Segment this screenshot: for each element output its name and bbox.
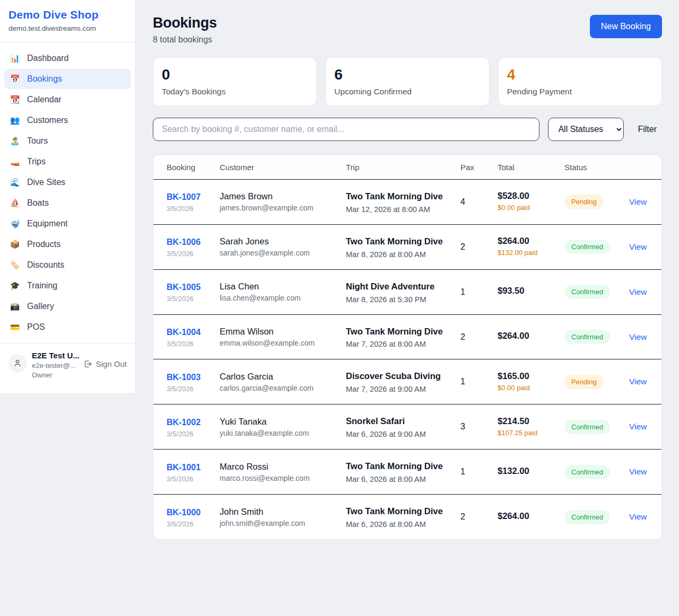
sidebar-item-gallery[interactable]: 📸 Gallery bbox=[4, 296, 131, 316]
sidebar-user-footer: E2E Test U... e2e-tester@... Owner Sign … bbox=[0, 343, 135, 393]
view-link[interactable]: View bbox=[629, 512, 647, 521]
sidebar-item-calendar[interactable]: 📆 Calendar bbox=[4, 90, 131, 110]
sidebar-item-tours[interactable]: 🏝️ Tours bbox=[4, 131, 131, 151]
main-content: Bookings 8 total bookings New Booking 0 … bbox=[136, 0, 679, 558]
sidebar-item-label: Customers bbox=[27, 116, 68, 125]
customer-email: yuki.tanaka@example.com bbox=[220, 429, 333, 437]
sidebar-item-label: Bookings bbox=[27, 74, 62, 84]
trip-datetime: Mar 6, 2026 at 8:00 AM bbox=[346, 520, 448, 529]
table-header-row: Booking Customer Trip Pax Total Status bbox=[153, 155, 661, 180]
customer-name: John Smith bbox=[220, 507, 333, 517]
customer-name: Lisa Chen bbox=[220, 281, 333, 292]
col-header-booking: Booking bbox=[153, 155, 213, 180]
island-icon: 🏝️ bbox=[10, 136, 20, 146]
filter-controls: All Statuses Filter bbox=[153, 118, 662, 141]
new-booking-button[interactable]: New Booking bbox=[590, 15, 662, 38]
trip-datetime: Mar 6, 2026 at 8:00 AM bbox=[346, 475, 448, 483]
sidebar-item-dive-sites[interactable]: 🌊 Dive Sites bbox=[4, 172, 131, 192]
bar-chart-icon: 📊 bbox=[10, 54, 20, 63]
sidebar-item-label: Gallery bbox=[27, 302, 54, 311]
bookings-table-card: Booking Customer Trip Pax Total Status bbox=[153, 155, 662, 540]
sidebar-item-label: Trips bbox=[27, 157, 46, 166]
pax-value: 2 bbox=[460, 332, 465, 341]
view-link[interactable]: View bbox=[629, 467, 647, 476]
booking-link[interactable]: BK-1000 bbox=[167, 506, 201, 518]
table-row: BK-1007 3/5/2026 James Brown james.brown… bbox=[153, 179, 661, 224]
stat-card: 0 Today's Bookings bbox=[153, 57, 317, 106]
booking-link[interactable]: BK-1006 bbox=[167, 236, 201, 248]
booking-link[interactable]: BK-1001 bbox=[167, 461, 201, 473]
people-icon: 👥 bbox=[10, 116, 20, 125]
status-badge: Confirmed bbox=[564, 240, 610, 254]
total-value: $528.00 bbox=[498, 191, 552, 201]
graduation-cap-icon: 🎓 bbox=[10, 281, 20, 291]
total-value: $132.00 bbox=[498, 466, 552, 476]
sidebar-item-training[interactable]: 🎓 Training bbox=[4, 276, 131, 296]
user-meta: E2E Test U... e2e-tester@... Owner bbox=[32, 351, 78, 380]
pax-value: 1 bbox=[460, 377, 465, 386]
customer-email: sarah.jones@example.com bbox=[220, 249, 333, 257]
sidebar-item-dashboard[interactable]: 📊 Dashboard bbox=[4, 48, 131, 68]
sidebar-item-discounts[interactable]: 🏷️ Discounts bbox=[4, 255, 131, 275]
stat-value: 6 bbox=[334, 67, 480, 83]
brand-block: Demo Dive Shop demo.test.divestreams.com bbox=[0, 0, 135, 42]
status-badge: Confirmed bbox=[564, 510, 610, 524]
paid-value: $0.00 paid bbox=[498, 203, 552, 213]
booking-link[interactable]: BK-1004 bbox=[167, 326, 201, 338]
package-icon: 📦 bbox=[10, 240, 20, 249]
trip-name: Two Tank Morning Dive bbox=[346, 235, 448, 248]
pax-value: 1 bbox=[460, 287, 465, 296]
sidebar-item-pos[interactable]: 💳 POS bbox=[4, 317, 131, 337]
view-link[interactable]: View bbox=[629, 287, 647, 296]
booking-link[interactable]: BK-1002 bbox=[167, 416, 201, 428]
tag-icon: 🏷️ bbox=[10, 260, 20, 270]
table-row: BK-1002 3/5/2026 Yuki Tanaka yuki.tanaka… bbox=[153, 404, 661, 450]
stat-label: Today's Bookings bbox=[162, 87, 308, 96]
trip-name: Snorkel Safari bbox=[346, 415, 448, 428]
status-badge: Confirmed bbox=[564, 465, 610, 479]
sailboat-icon: ⛵ bbox=[10, 198, 20, 208]
status-filter-select[interactable]: All Statuses bbox=[548, 118, 624, 141]
avatar bbox=[8, 354, 27, 372]
table-row: BK-1000 3/5/2026 John Smith john.smith@e… bbox=[153, 495, 661, 539]
page-header: Bookings 8 total bookings New Booking bbox=[153, 15, 662, 45]
view-link[interactable]: View bbox=[629, 377, 647, 386]
trip-name: Two Tank Morning Dive bbox=[346, 460, 448, 473]
trip-name: Night Dive Adventure bbox=[346, 280, 448, 293]
view-link[interactable]: View bbox=[629, 422, 647, 431]
pax-value: 3 bbox=[460, 422, 465, 431]
view-link[interactable]: View bbox=[629, 197, 647, 206]
trip-datetime: Mar 6, 2026 at 9:00 AM bbox=[346, 430, 448, 438]
stat-label: Upcoming Confirmed bbox=[334, 87, 480, 96]
view-link[interactable]: View bbox=[629, 242, 647, 251]
booking-link[interactable]: BK-1005 bbox=[167, 281, 201, 293]
sidebar-item-label: Dashboard bbox=[27, 54, 68, 63]
booking-link[interactable]: BK-1007 bbox=[167, 191, 201, 203]
speedboat-icon: 🚤 bbox=[10, 157, 20, 166]
paid-value: $0.00 paid bbox=[498, 383, 552, 393]
col-header-status: Status bbox=[558, 155, 623, 180]
sidebar-item-label: Equipment bbox=[27, 219, 68, 228]
sidebar-item-bookings[interactable]: 📅 Bookings bbox=[4, 69, 131, 89]
user-role: Owner bbox=[32, 371, 78, 380]
customer-name: James Brown bbox=[220, 191, 333, 201]
sign-out-button[interactable]: Sign Out bbox=[83, 359, 127, 368]
sidebar-item-equipment[interactable]: 🤿 Equipment bbox=[4, 214, 131, 234]
sidebar-item-customers[interactable]: 👥 Customers bbox=[4, 110, 131, 130]
search-input[interactable] bbox=[153, 118, 539, 141]
trip-name: Two Tank Morning Dive bbox=[346, 190, 448, 203]
sidebar-item-trips[interactable]: 🚤 Trips bbox=[4, 152, 131, 172]
camera-icon: 📸 bbox=[10, 302, 20, 311]
stat-value: 0 bbox=[162, 67, 308, 83]
view-link[interactable]: View bbox=[629, 332, 647, 341]
sidebar-item-label: Training bbox=[27, 281, 57, 291]
booking-link[interactable]: BK-1003 bbox=[167, 371, 201, 383]
status-badge: Confirmed bbox=[564, 285, 610, 299]
sidebar-item-products[interactable]: 📦 Products bbox=[4, 234, 131, 254]
user-name: E2E Test U... bbox=[32, 351, 78, 360]
trip-datetime: Mar 12, 2026 at 8:00 AM bbox=[346, 205, 448, 214]
sidebar-item-boats[interactable]: ⛵ Boats bbox=[4, 193, 131, 213]
filter-button[interactable]: Filter bbox=[632, 125, 662, 134]
customer-email: carlos.garcia@example.com bbox=[220, 384, 333, 392]
trip-name: Two Tank Morning Dive bbox=[346, 325, 448, 338]
